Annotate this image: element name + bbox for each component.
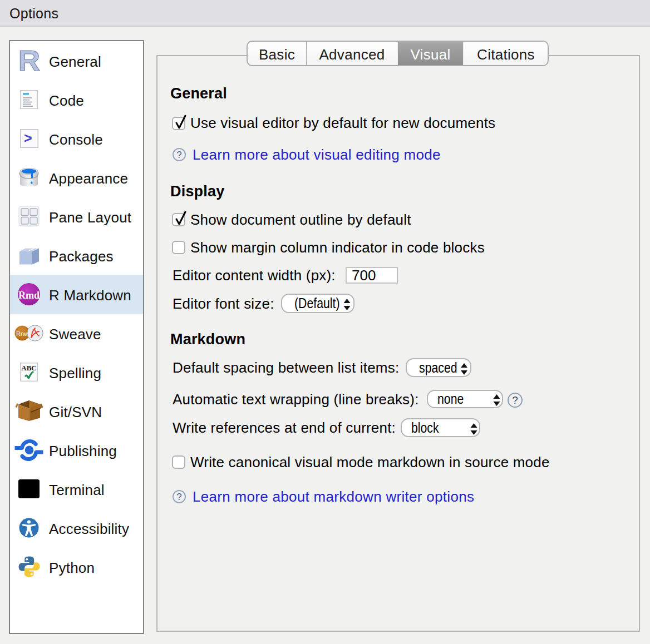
svg-text:>: > [24,130,32,146]
svg-text:ABC: ABC [21,364,36,372]
svg-text:Rnw: Rnw [16,330,28,337]
svg-text:Rmd: Rmd [18,290,40,301]
